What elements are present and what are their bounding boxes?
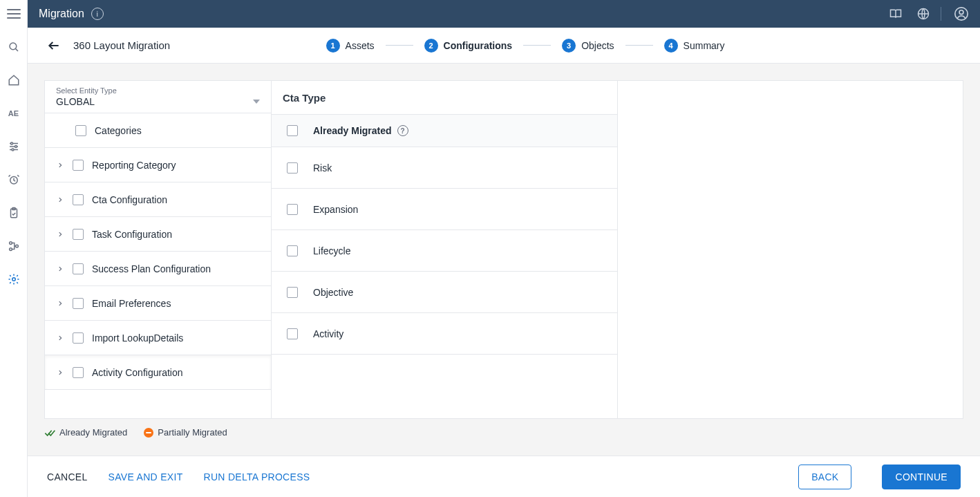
appbar-title: Migration bbox=[39, 8, 84, 20]
chevron-right-icon[interactable] bbox=[55, 367, 66, 378]
page-title: 360 Layout Migration bbox=[73, 39, 170, 51]
tree-label: Email Preferences bbox=[92, 298, 261, 309]
checkbox[interactable] bbox=[287, 245, 298, 256]
checkbox[interactable] bbox=[73, 367, 84, 378]
footer-bar: CANCEL SAVE AND EXIT RUN DELTA PROCESS B… bbox=[28, 456, 980, 497]
checkbox[interactable] bbox=[73, 160, 84, 171]
tree-row-categories[interactable]: Categories bbox=[45, 113, 271, 148]
user-avatar-icon[interactable] bbox=[954, 6, 969, 21]
sliders-icon[interactable] bbox=[6, 138, 22, 155]
tree-row-email-preferences[interactable]: Email Preferences bbox=[45, 286, 271, 321]
tree-row-task-configuration[interactable]: Task Configuration bbox=[45, 217, 271, 252]
data-row-objective[interactable]: Objective bbox=[272, 272, 617, 313]
info-icon[interactable]: i bbox=[91, 8, 104, 20]
tree-label: Activity Configuration bbox=[92, 367, 261, 378]
svg-point-13 bbox=[15, 245, 18, 247]
reminder-icon[interactable] bbox=[6, 171, 22, 188]
chevron-right-icon[interactable] bbox=[55, 194, 66, 205]
entity-type-label: Select Entity Type bbox=[56, 86, 260, 95]
chevron-right-icon[interactable] bbox=[55, 263, 66, 274]
detail-columns: Cta Type Already Migrated ? Risk Expansi… bbox=[272, 81, 963, 418]
chevron-right-icon[interactable] bbox=[55, 332, 66, 344]
tree-row-reporting-category[interactable]: Reporting Category bbox=[45, 148, 271, 182]
tree-row-success-plan-configuration[interactable]: Success Plan Configuration bbox=[45, 252, 271, 286]
step-badge: 2 bbox=[424, 39, 438, 53]
entity-type-select[interactable]: Select Entity Type GLOBAL bbox=[45, 81, 271, 113]
checkbox[interactable] bbox=[75, 125, 86, 136]
step-label: Configurations bbox=[444, 40, 513, 51]
tree-row-cta-configuration[interactable]: Cta Configuration bbox=[45, 182, 271, 217]
book-icon[interactable] bbox=[888, 6, 903, 21]
stepper: 1 Assets 2 Configurations 3 Objects 4 Su… bbox=[170, 39, 880, 53]
data-row-expansion[interactable]: Expansion bbox=[272, 189, 617, 230]
step-connector bbox=[625, 45, 653, 46]
checkbox[interactable] bbox=[73, 332, 84, 344]
checkbox[interactable] bbox=[287, 328, 298, 339]
chevron-right-icon[interactable] bbox=[55, 229, 66, 240]
step-assets[interactable]: 1 Assets bbox=[326, 39, 375, 53]
row-label: Objective bbox=[313, 287, 353, 298]
svg-point-12 bbox=[9, 248, 12, 251]
column-header: Already Migrated ? bbox=[272, 114, 617, 147]
checkbox[interactable] bbox=[287, 162, 298, 174]
entity-type-value: GLOBAL bbox=[56, 96, 95, 107]
org-chart-icon[interactable] bbox=[6, 238, 22, 254]
save-and-exit-button[interactable]: SAVE AND EXIT bbox=[109, 471, 183, 482]
data-row-risk[interactable]: Risk bbox=[272, 147, 617, 189]
checkbox[interactable] bbox=[287, 287, 298, 298]
back-arrow-icon[interactable] bbox=[44, 36, 64, 55]
step-label: Summary bbox=[684, 40, 725, 51]
help-icon[interactable]: ? bbox=[397, 125, 408, 136]
data-row-activity[interactable]: Activity bbox=[272, 313, 617, 355]
row-label: Expansion bbox=[313, 204, 358, 215]
checkbox[interactable] bbox=[73, 298, 84, 309]
legend-label: Partially Migrated bbox=[158, 427, 227, 438]
settings-icon[interactable] bbox=[6, 271, 22, 288]
continue-button[interactable]: CONTINUE bbox=[882, 465, 961, 489]
run-delta-process-button[interactable]: RUN DELTA PROCESS bbox=[204, 471, 310, 482]
step-badge: 4 bbox=[664, 39, 678, 53]
svg-line-1 bbox=[15, 49, 17, 51]
menu-icon[interactable] bbox=[6, 6, 22, 22]
config-tree: Categories Reporting Category Cta Config… bbox=[45, 113, 271, 390]
clipboard-icon[interactable] bbox=[6, 205, 22, 221]
search-icon[interactable] bbox=[6, 39, 22, 55]
home-icon[interactable] bbox=[6, 72, 22, 88]
legend-label: Already Migrated bbox=[59, 427, 127, 438]
step-connector bbox=[523, 45, 551, 46]
cancel-button[interactable]: CANCEL bbox=[47, 471, 88, 482]
sub-header: 360 Layout Migration 1 Assets 2 Configur… bbox=[28, 28, 980, 64]
checkbox[interactable] bbox=[73, 263, 84, 274]
chevron-right-icon[interactable] bbox=[55, 160, 66, 171]
step-badge: 3 bbox=[562, 39, 576, 53]
svg-point-11 bbox=[9, 242, 12, 245]
tree-row-activity-configuration[interactable]: Activity Configuration bbox=[45, 355, 271, 390]
tree-label: Import LookupDetails bbox=[92, 332, 261, 344]
checkbox[interactable] bbox=[73, 229, 84, 240]
svg-point-6 bbox=[15, 146, 17, 148]
step-summary[interactable]: 4 Summary bbox=[664, 39, 725, 53]
step-label: Objects bbox=[581, 40, 614, 51]
column-title: Cta Type bbox=[272, 81, 617, 114]
step-configurations[interactable]: 2 Configurations bbox=[424, 39, 513, 53]
legend: Already Migrated Partially Migrated bbox=[44, 427, 963, 438]
chevron-right-icon[interactable] bbox=[55, 298, 66, 309]
back-button[interactable]: BACK bbox=[798, 465, 851, 489]
row-label: Lifecycle bbox=[313, 245, 350, 256]
svg-point-7 bbox=[12, 149, 14, 151]
globe-icon[interactable] bbox=[916, 6, 931, 21]
checkbox[interactable] bbox=[73, 194, 84, 205]
chevron-down-icon bbox=[253, 100, 260, 104]
svg-point-5 bbox=[10, 142, 12, 144]
step-objects[interactable]: 3 Objects bbox=[562, 39, 614, 53]
tree-row-import-lookup-details[interactable]: Import LookupDetails bbox=[45, 321, 271, 355]
data-row-lifecycle[interactable]: Lifecycle bbox=[272, 230, 617, 272]
step-badge: 1 bbox=[326, 39, 340, 53]
tree-label: Reporting Category bbox=[92, 160, 261, 171]
row-label: Risk bbox=[313, 162, 332, 174]
checkbox[interactable] bbox=[287, 204, 298, 215]
step-label: Assets bbox=[346, 40, 375, 51]
ae-nav-item[interactable]: AE bbox=[6, 105, 22, 122]
select-all-checkbox[interactable] bbox=[287, 125, 298, 136]
cta-type-column: Cta Type Already Migrated ? Risk Expansi… bbox=[272, 81, 618, 418]
